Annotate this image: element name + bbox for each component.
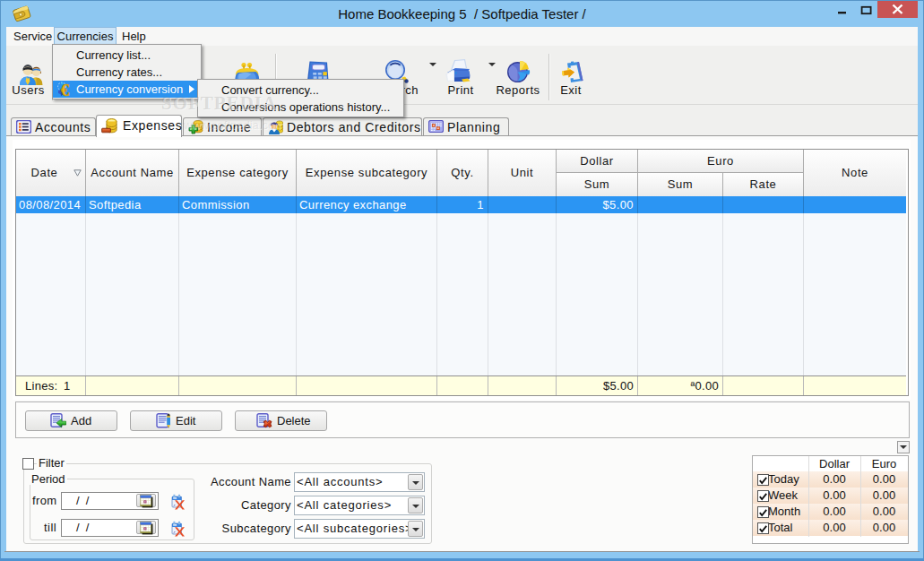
svg-text:€: € (61, 82, 69, 98)
